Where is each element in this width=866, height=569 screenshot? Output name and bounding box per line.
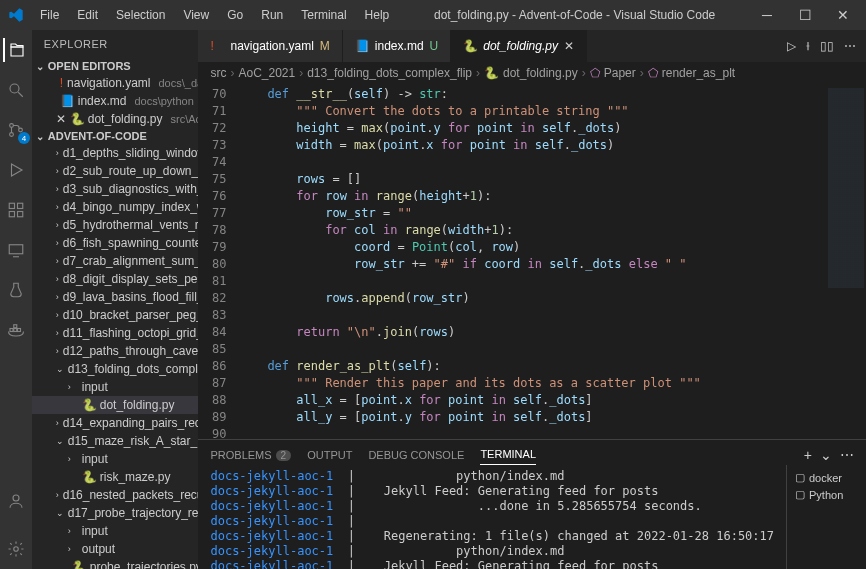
settings-icon[interactable]	[4, 537, 28, 561]
folder-item[interactable]: ›input	[32, 450, 199, 468]
testing-icon[interactable]	[4, 278, 28, 302]
folder-name: d8_digit_display_sets_perms_zip	[63, 272, 199, 286]
menu-help[interactable]: Help	[357, 4, 398, 26]
chevron-icon: ›	[56, 310, 59, 320]
chevron-down-icon: ⌄	[36, 61, 44, 72]
breadcrumb[interactable]: src›AoC_2021›d13_folding_dots_complex_fl…	[198, 62, 866, 84]
menu-file[interactable]: File	[32, 4, 67, 26]
more-icon[interactable]: ⋯	[840, 447, 854, 463]
docker-icon[interactable]	[4, 318, 28, 342]
terminal-content[interactable]: docs-jekyll-aoc-1 | python/index.md docs…	[198, 465, 786, 569]
source-control-icon[interactable]: 4	[4, 118, 28, 142]
folder-item[interactable]: ›d2_sub_route_up_down_inclination_comple…	[32, 162, 199, 180]
code-content[interactable]: def __str__(self) -> str: """ Convert th…	[238, 84, 826, 439]
code-editor[interactable]: 70 71 72 73 74 75 76 77 78 79 80 81 82 8…	[198, 84, 866, 439]
folder-item[interactable]: ›d11_flashing_octopi_grid_point_dx_dy_pi…	[32, 324, 199, 342]
debug-console-tab[interactable]: DEBUG CONSOLE	[368, 445, 464, 465]
svg-point-2	[10, 133, 14, 137]
folder-item[interactable]: ›d6_fish_spawning_counter_defaultdict_nu…	[32, 234, 199, 252]
menu-run[interactable]: Run	[253, 4, 291, 26]
search-icon[interactable]	[4, 78, 28, 102]
folder-item[interactable]: ›d10_bracket_parser_peg_validation_zip_e…	[32, 306, 199, 324]
chevron-icon: ›	[56, 202, 59, 212]
editor-tab[interactable]: 🐍dot_folding.py✕	[451, 30, 587, 62]
breadcrumb-part[interactable]: src	[210, 66, 226, 80]
chevron-icon: ⌄	[56, 508, 64, 518]
close-button[interactable]: ✕	[828, 7, 858, 23]
folder-name: d13_folding_dots_complex_flip	[68, 362, 199, 376]
file-item[interactable]: 🐍probe_trajectories.py	[32, 558, 199, 569]
terminal-side-item[interactable]: ▢Python	[795, 486, 858, 503]
new-terminal-icon[interactable]: +	[804, 447, 812, 463]
folder-item[interactable]: ›d16_nested_packets_recursion	[32, 486, 199, 504]
open-editor-item[interactable]: 📘index.mddocs\pythonU	[32, 92, 199, 110]
folder-item[interactable]: ›d4_bingo_numpy_index_with_bool_array	[32, 198, 199, 216]
folder-item[interactable]: ›d12_paths_through_caves_bfs_adjacency_d…	[32, 342, 199, 360]
breadcrumb-part[interactable]: AoC_2021	[238, 66, 295, 80]
chevron-icon: ›	[56, 418, 59, 428]
folder-item[interactable]: ›d1_depths_sliding_window_deque_and_num.…	[32, 144, 199, 162]
svg-rect-11	[17, 329, 20, 332]
problems-tab[interactable]: PROBLEMS2	[210, 445, 291, 465]
breadcrumb-file[interactable]: dot_folding.py	[503, 66, 578, 80]
workspace-header[interactable]: ⌄ADVENT-OF-CODE	[32, 128, 199, 144]
run-icon[interactable]: ▷	[787, 39, 796, 53]
menu-selection[interactable]: Selection	[108, 4, 173, 26]
open-editor-item[interactable]: ✕🐍dot_folding.pysrc\AoC_2021\d13_folding…	[32, 110, 199, 128]
folder-item[interactable]: ›input	[32, 522, 199, 540]
symbol-icon: ⬠	[590, 66, 600, 80]
close-icon[interactable]: ✕	[564, 39, 574, 53]
breadcrumb-part[interactable]: d13_folding_dots_complex_flip	[307, 66, 472, 80]
folder-item[interactable]: ⌄d17_probe_trajectory_re_points	[32, 504, 199, 522]
editor-tabs: !navigation.yamlM📘index.mdU🐍dot_folding.…	[198, 30, 866, 62]
minimize-button[interactable]: ─	[752, 7, 782, 23]
accounts-icon[interactable]	[4, 489, 28, 513]
folder-item[interactable]: ›input	[32, 378, 199, 396]
minimap[interactable]	[826, 84, 866, 439]
file-item[interactable]: 🐍risk_maze.py	[32, 468, 199, 486]
folder-item[interactable]: ⌄d15_maze_risk_A_star_BFS_priority_queue…	[32, 432, 199, 450]
remote-icon[interactable]	[4, 238, 28, 262]
editor-tab[interactable]: !navigation.yamlM	[198, 30, 342, 62]
maximize-button[interactable]: ☐	[790, 7, 820, 23]
folder-name: d11_flashing_octopi_grid_point_dx_dy_pil…	[63, 326, 199, 340]
breadcrumb-symbol[interactable]: Paper	[604, 66, 636, 80]
folder-item[interactable]: ›output	[32, 540, 199, 558]
editor-tab[interactable]: 📘index.mdU	[343, 30, 451, 62]
folder-name: d9_lava_basins_flood_fill_point_grid_nei…	[63, 290, 199, 304]
svg-rect-6	[9, 212, 14, 217]
folder-name: d10_bracket_parser_peg_validation_zip_ex…	[63, 308, 199, 322]
menu-edit[interactable]: Edit	[69, 4, 106, 26]
chevron-icon: ›	[68, 544, 78, 554]
explorer-icon[interactable]	[3, 38, 27, 62]
menu-terminal[interactable]: Terminal	[293, 4, 354, 26]
sidebar: EXPLORER ⌄OPEN EDITORS !navigation.yamld…	[32, 30, 199, 569]
folder-item[interactable]: ›d3_sub_diagnostics_with_bin_counters	[32, 180, 199, 198]
folder-item[interactable]: ›d5_hydrothermal_vents_re_numpy_lines_an…	[32, 216, 199, 234]
folder-item[interactable]: ›d14_expanding_pairs_recursion_counters	[32, 414, 199, 432]
open-editor-item[interactable]: !navigation.yamldocs\_dataM	[32, 74, 199, 92]
menu-go[interactable]: Go	[219, 4, 251, 26]
close-icon[interactable]: ✕	[56, 112, 66, 126]
terminal-side-item[interactable]: ▢docker	[795, 469, 858, 486]
extensions-icon[interactable]	[4, 198, 28, 222]
open-editors-header[interactable]: ⌄OPEN EDITORS	[32, 58, 199, 74]
run-debug-icon[interactable]	[4, 158, 28, 182]
folder-item[interactable]: ›d7_crab_alignment_sum_arithemetic_seq_n…	[32, 252, 199, 270]
folder-item[interactable]: ›d9_lava_basins_flood_fill_point_grid_ne…	[32, 288, 199, 306]
terminal-tab[interactable]: TERMINAL	[480, 444, 536, 465]
folder-name: input	[82, 452, 108, 466]
terminal-icon: ▢	[795, 488, 805, 501]
chevron-icon: ›	[56, 148, 59, 158]
tab-name: dot_folding.py	[483, 39, 558, 53]
menu-view[interactable]: View	[175, 4, 217, 26]
split-icon[interactable]: ▯▯	[820, 39, 834, 53]
more-icon[interactable]: ⋯	[844, 39, 856, 53]
folder-item[interactable]: ⌄d13_folding_dots_complex_flip	[32, 360, 199, 378]
output-tab[interactable]: OUTPUT	[307, 445, 352, 465]
terminal-dropdown-icon[interactable]: ⌄	[820, 447, 832, 463]
breadcrumb-symbol[interactable]: render_as_plt	[662, 66, 735, 80]
compare-icon[interactable]: ⫲	[806, 39, 810, 53]
folder-item[interactable]: ›d8_digit_display_sets_perms_zip	[32, 270, 199, 288]
file-item[interactable]: 🐍dot_folding.py	[32, 396, 199, 414]
